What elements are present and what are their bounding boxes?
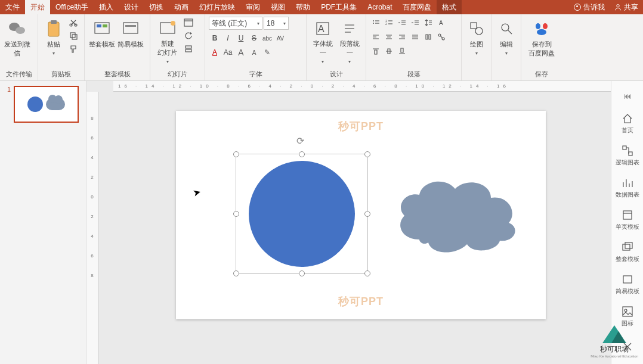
tab-view[interactable]: 视图	[265, 0, 290, 14]
whole-template-button[interactable]: 整套模板	[88, 17, 115, 64]
font-color-button[interactable]: A	[209, 46, 221, 58]
resize-handle-e[interactable]	[364, 211, 370, 217]
svg-rect-48	[625, 242, 632, 248]
resize-handle-n[interactable]	[299, 151, 305, 157]
group-label-font: 字体	[209, 69, 302, 80]
resize-handle-sw[interactable]	[233, 270, 239, 276]
tab-pdf[interactable]: PDF工具集	[316, 0, 362, 14]
svg-point-51	[625, 309, 627, 312]
paste-label: 粘贴	[47, 40, 60, 49]
side-simple-button[interactable]: 简易模板	[611, 268, 643, 300]
align-mid-button[interactable]	[383, 45, 395, 57]
tab-slideshow[interactable]: 幻灯片放映	[194, 0, 240, 14]
reset-button[interactable]	[183, 30, 194, 42]
tab-format[interactable]: 格式	[437, 0, 462, 14]
tab-office-helper[interactable]: Office助手	[50, 0, 94, 14]
tab-animation[interactable]: 动画	[169, 0, 194, 14]
svg-rect-36	[471, 23, 477, 29]
whole-template-label: 整套模板	[89, 40, 115, 49]
underline-button[interactable]: U	[235, 32, 247, 44]
cloud-shape[interactable]	[389, 168, 527, 257]
align-center-button[interactable]	[383, 31, 395, 43]
paste-button[interactable]: 粘贴 ▾	[42, 17, 66, 64]
text-direction-button[interactable]: A	[435, 17, 447, 29]
side-home-button[interactable]: 首页	[611, 107, 643, 139]
grow-font-button[interactable]: A	[235, 46, 247, 58]
align-bot-button[interactable]	[396, 45, 408, 57]
draw-button[interactable]: 绘图 ▾	[465, 17, 487, 64]
tab-file[interactable]: 文件	[0, 0, 25, 14]
resize-handle-se[interactable]	[364, 270, 370, 276]
align-right-button[interactable]	[396, 31, 408, 43]
tab-help[interactable]: 帮助	[290, 0, 316, 14]
align-left-icon	[372, 33, 380, 41]
slide[interactable]: 秒可PPT 秒可PPT ⟳ ➤	[176, 111, 546, 319]
format-painter-button[interactable]	[67, 43, 79, 55]
svg-point-27	[373, 23, 374, 24]
tab-baidu[interactable]: 百度网盘	[397, 0, 437, 14]
resize-handle-w[interactable]	[233, 211, 239, 217]
font-name-dropdown[interactable]: 等线 (正文)▾	[209, 17, 262, 30]
columns-icon	[424, 33, 432, 41]
circle-shape[interactable]	[249, 161, 355, 267]
edit-button[interactable]: 编辑 ▾	[495, 17, 517, 64]
tab-transition[interactable]: 切换	[144, 0, 169, 14]
tab-home[interactable]: 开始	[25, 0, 50, 14]
section-button[interactable]	[183, 43, 194, 55]
align-justify-button[interactable]	[409, 31, 421, 43]
save-baidu-button[interactable]: 保存到 百度网盘	[525, 17, 558, 64]
slide-canvas-area[interactable]: 16 · 14 · 12 · 10 · 8 · 6 · 4 · 2 · 0 · …	[86, 81, 611, 364]
tab-design[interactable]: 设计	[119, 0, 144, 14]
line-spacing-button[interactable]	[422, 17, 434, 29]
side-collapse-button[interactable]: ⏮	[611, 85, 643, 107]
tab-acrobat[interactable]: Acrobat	[362, 0, 397, 14]
change-case-button[interactable]: Aa	[222, 46, 234, 58]
para-unify-button[interactable]: 段落统一 ▾	[337, 17, 362, 64]
shadow-button[interactable]: abc	[261, 32, 273, 44]
align-left-button[interactable]	[370, 31, 382, 43]
layout-button[interactable]	[183, 17, 194, 29]
dec-indent-icon	[398, 18, 406, 27]
columns-button[interactable]	[422, 31, 434, 43]
char-spacing-button[interactable]: AV	[274, 32, 286, 44]
clear-format-button[interactable]: ✎	[261, 46, 273, 58]
numbering-button[interactable]: 12	[383, 17, 395, 29]
resize-handle-ne[interactable]	[364, 151, 370, 157]
copy-button[interactable]	[67, 30, 79, 42]
svg-rect-10	[97, 24, 101, 27]
bold-button[interactable]: B	[209, 32, 221, 44]
font-size-dropdown[interactable]: 18▾	[264, 17, 289, 30]
side-single-button[interactable]: 单页模板	[611, 204, 643, 236]
align-top-button[interactable]	[370, 45, 382, 57]
svg-rect-12	[123, 23, 138, 33]
share-button[interactable]: 共享	[610, 2, 643, 13]
shapes-icon	[467, 19, 486, 38]
send-wechat-button[interactable]: 发送到微信	[4, 17, 30, 64]
side-data-button[interactable]: 数据图表	[611, 172, 643, 204]
inc-indent-button[interactable]	[409, 17, 421, 29]
simple-template-button[interactable]: 简易模板	[117, 17, 144, 64]
rotate-handle[interactable]: ⟳	[296, 135, 307, 146]
font-unify-button[interactable]: A 字体统一 ▾	[310, 17, 335, 64]
smartart-button[interactable]	[435, 31, 447, 43]
italic-button[interactable]: I	[222, 32, 234, 44]
resize-handle-nw[interactable]	[233, 151, 239, 157]
dec-indent-button[interactable]	[396, 17, 408, 29]
bullets-button[interactable]	[370, 17, 382, 29]
group-label-design: 设计	[310, 69, 362, 80]
smartart-icon	[437, 33, 446, 41]
cut-button[interactable]	[67, 17, 79, 29]
caret-icon: ▾	[505, 51, 508, 56]
tab-review[interactable]: 审阅	[240, 0, 265, 14]
shrink-font-button[interactable]: A	[248, 46, 260, 58]
resize-handle-s[interactable]	[299, 270, 305, 276]
thumbnail-pane[interactable]: 1	[0, 81, 86, 364]
strike-button[interactable]: S	[248, 32, 260, 44]
tellme-button[interactable]: 告诉我	[569, 2, 610, 13]
side-whole-button[interactable]: 整套模板	[611, 236, 643, 268]
svg-rect-50	[623, 307, 632, 316]
tab-insert[interactable]: 插入	[94, 0, 119, 14]
side-logic-button[interactable]: 逻辑图表	[611, 139, 643, 172]
new-slide-button[interactable]: 新建 幻灯片 ▾	[154, 17, 181, 64]
slide-thumbnail-1[interactable]	[14, 86, 79, 123]
